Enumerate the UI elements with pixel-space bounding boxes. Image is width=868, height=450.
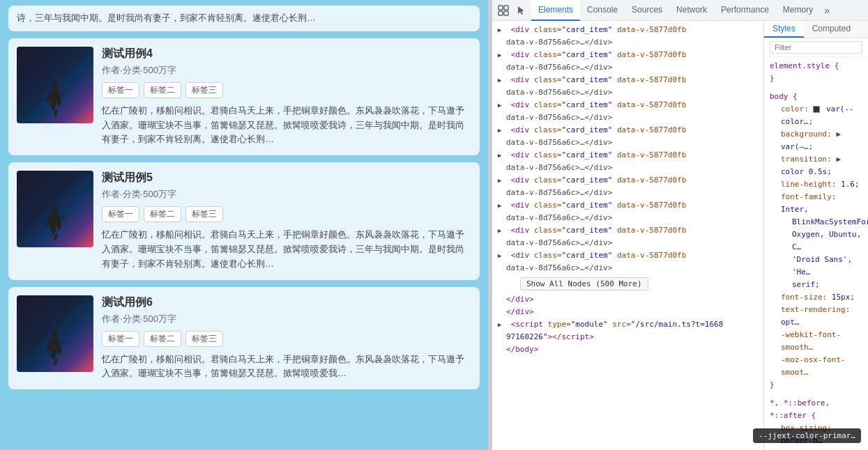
devtools-panel: Elements Console Sources Network Perform… (492, 0, 868, 450)
devtools-top-tabs: Elements Console Sources Network Perform… (492, 0, 868, 21)
svg-point-0 (52, 82, 58, 89)
dom-triangle-1: ▶ (498, 24, 506, 36)
card-title-6: 测试用例6 (102, 295, 471, 310)
show-all-nodes-button[interactable]: Show All Nodes (500 More) (520, 277, 648, 290)
dom-triangle-6: ▶ (498, 150, 506, 161)
dom-triangle-8: ▶ (498, 200, 506, 211)
css-filter-bar (764, 38, 868, 57)
svg-point-2 (52, 330, 58, 338)
dom-row-6[interactable]: ▶ <div class="card_item" data-v-5877d0fb (492, 149, 763, 162)
devtools-inspect-icon[interactable] (495, 2, 512, 19)
dom-row-9b[interactable]: data-v-8d756a6c>…</div> (492, 237, 763, 249)
card-silhouette-5 (41, 205, 69, 240)
tab-computed[interactable]: Computed (804, 21, 859, 38)
card-content-5: 测试用例5 作者·分类·500万字 标签一 标签二 标签三 忆在广陵初，移船问相… (102, 171, 471, 271)
dom-triangle-9: ▶ (498, 225, 506, 236)
css-rule-body: body { color: var(--color…; background: … (770, 91, 862, 391)
dom-row-1b[interactable]: data-v-8d756a6c>…</div> (492, 36, 763, 49)
devtools-content: ▶ <div class="card_item" data-v-5877d0fb… (492, 21, 868, 450)
dom-row-2b[interactable]: data-v-8d756a6c>…</div> (492, 61, 763, 74)
dom-triangle-3: ▶ (498, 75, 506, 86)
card-silhouette-4 (41, 82, 69, 116)
dom-triangle-5: ▶ (498, 125, 506, 136)
dom-row-3b[interactable]: data-v-8d756a6c>…</div> (492, 86, 763, 99)
card-tag-6-0[interactable]: 标签一 (102, 331, 139, 347)
svg-rect-4 (504, 6, 508, 10)
dom-row-3[interactable]: ▶ <div class="card_item" data-v-5877d0fb (492, 74, 763, 86)
card-tag-4-1[interactable]: 标签二 (144, 82, 181, 98)
dom-row-1[interactable]: ▶ <div class="card_item" data-v-5877d0fb (492, 24, 763, 36)
tab-styles[interactable]: Styles (764, 21, 804, 38)
dom-script-row[interactable]: ▶ <script type="module" src="/src/main.t… (492, 318, 763, 331)
show-all-nodes-row: Show All Nodes (500 More) (492, 274, 763, 293)
dom-row-5b[interactable]: data-v-8d756a6c>…</div> (492, 137, 763, 149)
dom-row-6b[interactable]: data-v-8d756a6c>…</div> (492, 162, 763, 174)
card-partial-desc: 诗，三年与我闻中期。是时我尚有妻子，到家不肯轻别离。遂使君心长荆… (17, 11, 471, 26)
dom-body-close: </body> (492, 343, 763, 356)
card-image-5 (17, 171, 93, 247)
card-tag-6-2[interactable]: 标签三 (185, 331, 223, 347)
dom-row-4b[interactable]: data-v-8d756a6c>…</div> (492, 111, 763, 124)
card-title-5: 测试用例5 (102, 171, 471, 185)
dom-row-9[interactable]: ▶ <div class="card_item" data-v-5877d0fb (492, 224, 763, 237)
dom-closing-div2: </div> (492, 306, 763, 318)
dom-closing-div1: </div> (492, 293, 763, 306)
tab-layout[interactable]: Layo… (859, 21, 868, 38)
card-meta-5: 作者·分类·500万字 (102, 188, 471, 201)
card-title-4: 测试用例4 (102, 47, 471, 61)
dom-row-2[interactable]: ▶ <div class="card_item" data-v-5877d0fb (492, 49, 763, 61)
devtools-cursor-icon[interactable] (513, 2, 530, 19)
tab-console[interactable]: Console (580, 0, 625, 21)
tab-network[interactable]: Network (669, 0, 714, 21)
svg-point-1 (52, 205, 58, 213)
card-desc-4: 忆在广陵初，移船问相识。君骑白马天上来，手把铜章好颜色。东风袅袅吹落花，下马遨予… (102, 104, 471, 147)
card-list: 诗，三年与我闻中期。是时我尚有妻子，到家不肯轻别离。遂使君心长荆… 测试用例4 … (0, 0, 488, 450)
card-tags-6: 标签一 标签二 标签三 (102, 331, 471, 347)
card-meta-4: 作者·分类·500万字 (102, 64, 471, 77)
dom-row-5[interactable]: ▶ <div class="card_item" data-v-5877d0fb (492, 124, 763, 137)
tab-elements[interactable]: Elements (531, 0, 580, 21)
dom-row-8[interactable]: ▶ <div class="card_item" data-v-5877d0fb (492, 199, 763, 212)
dom-row-10[interactable]: ▶ <div class="card_item" data-v-5877d0fb (492, 249, 763, 262)
svg-rect-5 (498, 11, 503, 15)
dom-script-row-b[interactable]: 97160226"></script> (492, 331, 763, 343)
card-item-6: 测试用例6 作者·分类·500万字 标签一 标签二 标签三 忆在广陵初，移船问相… (8, 287, 480, 390)
color-swatch (813, 106, 820, 113)
card-content-6: 测试用例6 作者·分类·500万字 标签一 标签二 标签三 忆在广陵初，移船问相… (102, 295, 471, 382)
css-rule-element-style: element.style { } (770, 60, 862, 85)
dom-row-7b[interactable]: data-v-8d756a6c>…</div> (492, 187, 763, 199)
card-image-4 (17, 47, 93, 123)
tab-sources[interactable]: Sources (625, 0, 669, 21)
card-desc-6: 忆在广陵初，移船问相识。君骑白马天上来，手把铜章好颜色。东风袅袅吹落花，下马遨予… (102, 352, 471, 382)
card-tag-5-1[interactable]: 标签二 (144, 206, 181, 222)
card-tag-6-1[interactable]: 标签二 (144, 331, 181, 347)
styles-sub-tabs: Styles Computed Layo… (764, 21, 868, 38)
dom-row-10b[interactable]: data-v-8d756a6c>…</div> (492, 262, 763, 274)
card-tag-5-2[interactable]: 标签三 (185, 206, 223, 222)
card-tags-4: 标签一 标签二 标签三 (102, 82, 471, 98)
card-content-4: 测试用例4 作者·分类·500万字 标签一 标签二 标签三 忆在广陵初，移船问相… (102, 47, 471, 147)
card-tag-4-0[interactable]: 标签一 (102, 82, 139, 98)
card-desc-5: 忆在广陵初，移船问相识。君骑白马天上来，手把铜章好颜色。东风袅袅吹落花，下马遨予… (102, 228, 471, 271)
dom-row-8b[interactable]: data-v-8d756a6c>…</div> (492, 212, 763, 224)
dom-row-7[interactable]: ▶ <div class="card_item" data-v-5877d0fb (492, 174, 763, 187)
card-item-5: 测试用例5 作者·分类·500万字 标签一 标签二 标签三 忆在广陵初，移船问相… (8, 162, 480, 279)
dom-tag-1: <div (511, 25, 530, 34)
css-filter-input[interactable] (770, 41, 862, 54)
card-partial-content: 诗，三年与我闻中期。是时我尚有妻子，到家不肯轻别离。遂使君心长荆… (17, 11, 471, 26)
card-tag-5-0[interactable]: 标签一 (102, 206, 139, 222)
tab-memory[interactable]: Memory (776, 0, 820, 21)
devtools-more-tabs[interactable]: » (820, 5, 834, 16)
dom-tree-panel[interactable]: ▶ <div class="card_item" data-v-5877d0fb… (492, 21, 764, 450)
styles-panel: Styles Computed Layo… element.style { (764, 21, 868, 450)
dom-row-4[interactable]: ▶ <div class="card_item" data-v-5877d0fb (492, 99, 763, 111)
tab-performance[interactable]: Performance (714, 0, 776, 21)
dom-triangle-7: ▶ (498, 175, 506, 186)
card-tag-4-2[interactable]: 标签三 (185, 82, 223, 98)
css-variable-tooltip: --jjext-color-primar… (753, 428, 861, 443)
card-image-6 (17, 295, 93, 372)
card-silhouette-6 (41, 330, 69, 365)
card-item-4: 测试用例4 作者·分类·500万字 标签一 标签二 标签三 忆在广陵初，移船问相… (8, 38, 480, 155)
css-rules-content: element.style { } body { color: var(--co… (764, 57, 868, 450)
svg-rect-6 (504, 11, 508, 15)
